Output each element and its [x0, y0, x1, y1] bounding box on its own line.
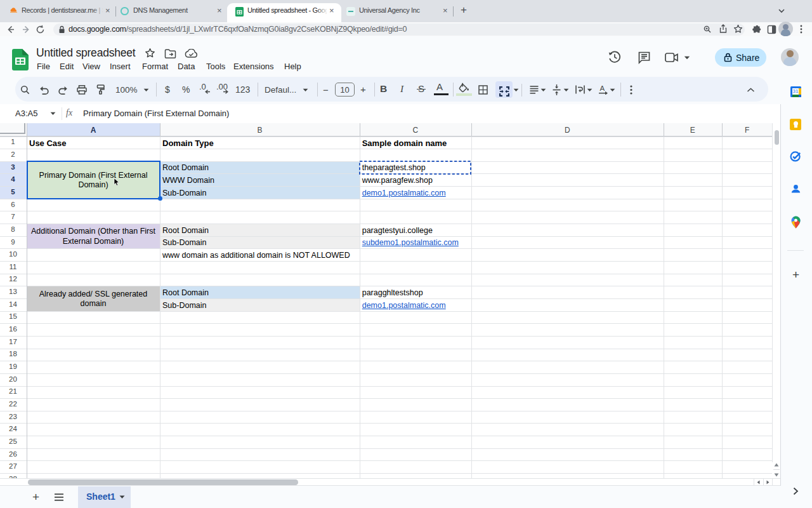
- svg-text:A: A: [600, 84, 605, 92]
